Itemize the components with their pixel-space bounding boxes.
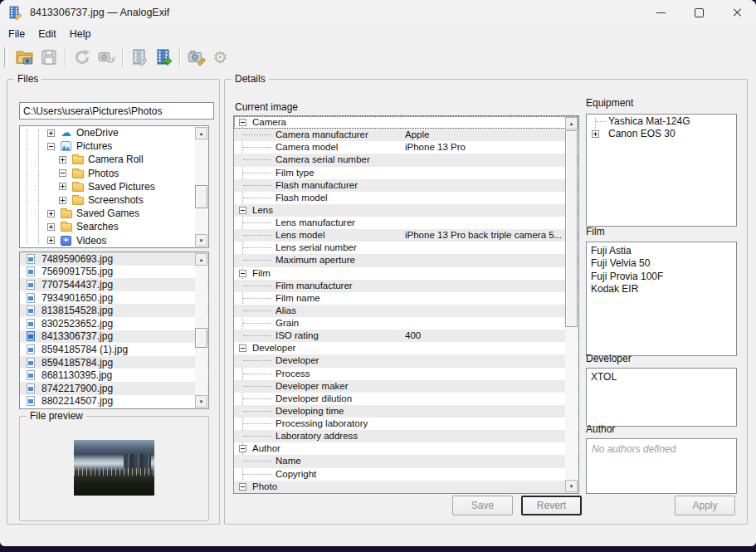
exif-property-row[interactable]: Film type [234,167,578,179]
menu-edit[interactable]: Edit [32,27,62,42]
revert-button[interactable]: Revert [521,496,582,515]
expand-icon[interactable] [59,197,66,204]
exif-property-row[interactable]: Grain [234,317,578,330]
exif-property-row[interactable]: Alias [234,305,578,317]
exif-property-row[interactable]: Lens serial number [234,242,578,254]
exif-property-row[interactable]: Flash manufacturer [234,179,578,192]
expand-icon[interactable] [592,130,599,138]
exif-property-row[interactable]: Processing laboratory [234,418,578,430]
collapse-icon[interactable] [239,344,246,352]
exif-property-row[interactable]: Developer [234,354,578,367]
collapse-icon[interactable] [239,207,246,214]
maximize-button[interactable] [680,0,718,25]
exif-property-row[interactable]: Maximum aperture [234,254,578,266]
file-list-item[interactable]: 8413306737.jpg [20,330,208,344]
auto-fill-preview-button[interactable] [94,45,118,69]
scroll-down-icon[interactable] [565,480,578,492]
folder-tree-item[interactable]: Searches [20,220,208,233]
scroll-up-icon[interactable] [195,127,207,139]
folder-tree-item[interactable]: ☁OneDrive [20,126,208,139]
exif-property-row[interactable]: Camera modeliPhone 13 Pro [234,141,578,154]
file-list-item[interactable]: 7569091755.jpg [20,266,208,279]
edit-equipment-button[interactable] [184,45,208,69]
exif-property-row[interactable]: Process [234,368,578,380]
expand-icon[interactable] [47,237,55,244]
collapse-icon[interactable] [239,270,246,277]
exif-property-row[interactable]: Film manufacturer [234,280,578,292]
film-item[interactable]: Fuji Provia 100F [587,270,736,283]
film-item[interactable]: Kodak EIR [587,283,736,296]
save-button-toolbar[interactable] [37,45,61,69]
open-folder-button[interactable] [12,45,37,69]
expand-icon[interactable] [47,210,55,217]
path-input[interactable] [19,102,214,120]
scrollbar-thumb[interactable] [565,130,578,327]
exif-property-row[interactable]: Film name [234,292,578,305]
developer-item[interactable]: XTOL [587,370,736,383]
equipment-item[interactable]: Yashica Mat-124G [587,115,736,128]
exif-property-row[interactable]: Lens modeliPhone 13 Pro back triple came… [234,229,578,242]
menu-help[interactable]: Help [64,27,97,42]
file-list-item[interactable]: 8594185784.jpg [20,356,208,369]
save-button[interactable]: Save [452,496,513,515]
collapse-icon[interactable] [239,445,246,452]
file-list-item[interactable]: 8138154528.jpg [20,304,208,317]
film-item[interactable]: Fuji Astia [587,244,736,257]
collapse-icon[interactable] [59,169,66,177]
exif-section-row[interactable]: Film [234,267,578,280]
file-list-item[interactable]: 8681130395.jpg [20,369,208,382]
folder-tree-item[interactable]: Pictures [20,139,208,153]
collapse-icon[interactable] [47,143,55,150]
exif-section-row[interactable]: Developer [234,342,578,354]
close-button[interactable] [718,0,756,25]
scroll-down-icon[interactable] [195,234,207,247]
expand-icon[interactable] [59,183,66,190]
exif-property-row[interactable]: Camera manufacturerApple [234,129,578,141]
equipment-item[interactable]: Canon EOS 30 [587,128,736,141]
collapse-icon[interactable] [239,119,246,126]
file-list-item[interactable]: 7707544437.jpg [20,278,208,291]
exif-property-row[interactable]: Flash model [234,192,578,204]
folder-tree-item[interactable]: Camera Roll [20,153,208,166]
exif-property-row[interactable]: Name [234,455,578,467]
exif-property-row[interactable]: Developer maker [234,380,578,393]
file-list-item[interactable]: 8802214507.jpg [20,395,208,408]
expand-icon[interactable] [47,223,55,231]
scrollbar-thumb[interactable] [195,185,207,208]
scroll-up-icon[interactable] [565,117,578,129]
folder-tree-item[interactable]: Saved Games [20,207,208,220]
apply-button[interactable]: Apply [675,496,735,515]
exif-property-row[interactable]: Copyright [234,468,578,481]
scroll-down-icon[interactable] [195,395,207,408]
exif-property-row[interactable]: ISO rating400 [234,330,578,342]
film-item[interactable]: Fuji Velvia 50 [587,257,736,271]
folder-tree-item[interactable]: Photos [20,167,208,180]
file-list-item[interactable]: 8302523652.jpg [20,317,208,330]
exif-section-row[interactable]: Author [234,442,578,455]
folder-tree-item[interactable]: Screenshots [20,193,208,207]
settings-button[interactable]: ⚙ [208,45,232,69]
copy-metadata-button[interactable] [151,45,175,69]
expand-icon[interactable] [59,156,66,164]
exif-section-row[interactable]: Camera [234,116,578,129]
folder-tree-item[interactable]: Saved Pictures [20,180,208,193]
toolbar-grip[interactable] [4,47,7,67]
exif-property-row[interactable]: Laboratory address [234,430,578,442]
scrollbar-thumb[interactable] [195,328,207,348]
exif-property-row[interactable]: Lens manufacturer [234,217,578,229]
scroll-up-icon[interactable] [195,253,207,266]
exif-section-row[interactable]: Photo [234,481,578,493]
menu-file[interactable]: File [2,27,31,42]
collapse-icon[interactable] [239,483,246,491]
file-list-item[interactable]: 8594185784 (1).jpg [20,343,208,356]
exif-property-row[interactable]: Developing time [234,405,578,418]
exif-section-row[interactable]: Lens [234,204,578,217]
minimize-button[interactable] [641,0,680,25]
reload-button[interactable] [70,45,94,69]
edit-film-button[interactable] [127,45,151,69]
expand-icon[interactable] [47,129,55,137]
file-list-item[interactable]: 8742217900.jpg [20,382,208,395]
exif-property-row[interactable]: Developer dilution [234,393,578,405]
exif-property-row[interactable]: Camera serial number [234,154,578,166]
folder-tree-item[interactable]: Videos [20,234,208,247]
